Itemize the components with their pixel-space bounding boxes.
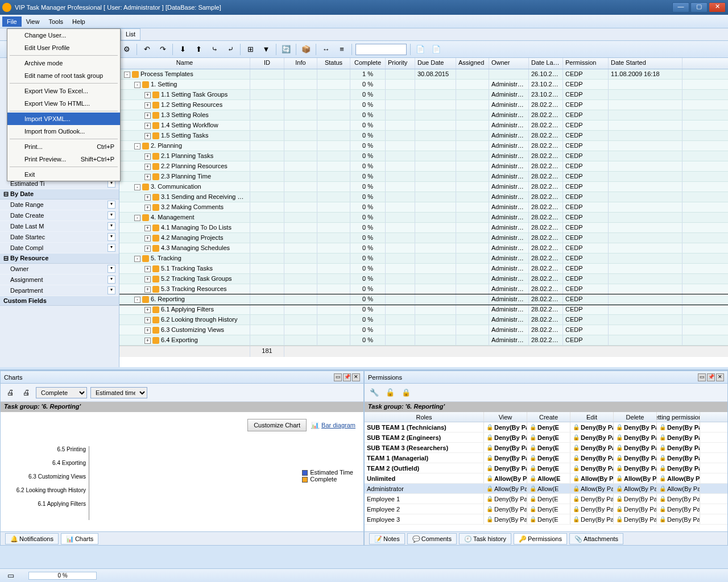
customize-chart-button[interactable]: Customize Chart <box>247 419 307 431</box>
filter-department[interactable]: Department▾ <box>0 285 119 296</box>
bar-diagram-link[interactable]: 📊Bar diagram <box>311 419 355 431</box>
task-row[interactable]: +6.4 Exporting0 %Administrator28.02.2007… <box>119 335 728 346</box>
menu-exit[interactable]: Exit <box>7 168 120 181</box>
menu-export-excel[interactable]: Export View To Excel... <box>7 85 120 97</box>
menu-export-html[interactable]: Export View To HTML... <box>7 97 120 110</box>
task-row[interactable]: +5.2 Tracking Task Groups0 %Administrato… <box>119 274 728 284</box>
task-row[interactable]: +2.1 Planning Tasks0 %Administrator28.02… <box>119 151 728 161</box>
col-datelast[interactable]: Date Las... <box>529 58 563 69</box>
permission-row[interactable]: Employee 3🔒Deny(By Pa🔒Deny(E🔒Deny(By Pa🔒… <box>365 514 727 525</box>
filter-assignment[interactable]: Assignment▾ <box>0 275 119 285</box>
col-priority[interactable]: Priority <box>386 58 415 69</box>
toolbar-gear-icon[interactable]: ⚙ <box>121 43 133 56</box>
col-status[interactable]: Status <box>317 58 350 69</box>
toolbar-expand-all-icon[interactable]: ⬇ <box>176 43 189 56</box>
task-row[interactable]: +1.3 Setting Roles0 %Administrator28.02.… <box>119 110 728 120</box>
filter-custom-fields[interactable]: Custom Fields <box>0 296 119 306</box>
tree-toggle-icon[interactable]: + <box>144 338 151 344</box>
menu-view[interactable]: View <box>22 16 44 27</box>
tree-toggle-icon[interactable]: - <box>134 215 140 221</box>
task-row[interactable]: -Process Templates1 %30.08.201526.10.200… <box>119 69 728 80</box>
tree-toggle-icon[interactable]: + <box>144 276 151 282</box>
col-assigned[interactable]: Assigned <box>456 58 489 69</box>
col-permission[interactable]: Permission <box>563 58 609 69</box>
tab-notifications[interactable]: 🔔Notifications <box>5 533 59 544</box>
permission-row[interactable]: SUB TEAM 3 (Researchers)🔒Deny(By Pa🔒Deny… <box>365 443 727 453</box>
panel-pin-icon[interactable]: 📌 <box>343 373 351 381</box>
toolbar-filter-icon[interactable]: ▼ <box>260 43 272 56</box>
tree-toggle-icon[interactable]: - <box>134 143 140 149</box>
tree-toggle-icon[interactable]: + <box>144 266 151 272</box>
toolbar-undo-icon[interactable]: ↶ <box>140 43 153 56</box>
tab-charts[interactable]: 📊Charts <box>61 533 98 544</box>
tree-toggle-icon[interactable]: - <box>134 297 140 303</box>
tree-toggle-icon[interactable]: + <box>144 317 151 323</box>
col-duedate[interactable]: Due Date <box>415 58 456 69</box>
tree-toggle-icon[interactable]: + <box>144 174 151 180</box>
tree-toggle-icon[interactable]: + <box>144 102 151 109</box>
filter-date-create[interactable]: Date Create▾ <box>0 210 119 221</box>
task-row[interactable]: -4. Management0 %Administrator28.02.2007… <box>119 213 728 223</box>
menu-tools[interactable]: Tools <box>44 16 68 27</box>
filter-date-range[interactable]: Date Range▾ <box>0 199 119 210</box>
print-icon[interactable]: 🖨 <box>4 386 16 399</box>
perm-col-view[interactable]: View <box>484 412 527 422</box>
toolbar-doc1-icon[interactable]: 📄 <box>414 43 427 56</box>
tree-toggle-icon[interactable]: + <box>144 205 151 211</box>
filter-date-started[interactable]: Date Startec▾ <box>0 232 119 243</box>
toolbar-list-icon[interactable]: ≡ <box>336 43 348 56</box>
tree-toggle-icon[interactable]: + <box>144 113 151 119</box>
menu-print[interactable]: Print...Ctrl+P <box>7 140 120 153</box>
menu-archive[interactable]: Archive mode <box>7 57 120 69</box>
filter-date-compl[interactable]: Date Compl▾ <box>0 243 119 253</box>
toolbar-collapse-all-icon[interactable]: ⬆ <box>192 43 205 56</box>
tab-permissions[interactable]: 🔑Permissions <box>514 533 567 544</box>
toolbar-columns-icon[interactable]: ⊞ <box>244 43 257 56</box>
close-button[interactable]: ✕ <box>709 2 726 13</box>
toolbar-outdent-icon[interactable]: ⤶ <box>224 43 237 56</box>
tree-toggle-icon[interactable]: + <box>144 225 151 231</box>
status-app-icon[interactable]: ▭ <box>5 569 17 582</box>
task-row[interactable]: +2.3 Planning Time0 %Administrator28.02.… <box>119 172 728 182</box>
panel-restore-icon[interactable]: ▭ <box>334 373 342 381</box>
permission-row[interactable]: Unlimited🔒Allow(By Pa🔒Allow(E🔒Allow(By P… <box>365 473 727 484</box>
tree-toggle-icon[interactable]: + <box>144 235 151 242</box>
permission-row[interactable]: TEAM 1 (Managerial)🔒Deny(By Pa🔒Deny(E🔒De… <box>365 453 727 463</box>
perm-unlock-icon[interactable]: 🔓 <box>384 386 396 399</box>
tree-toggle-icon[interactable]: + <box>144 133 151 139</box>
maximize-button[interactable]: ▢ <box>690 2 708 13</box>
tree-toggle-icon[interactable]: - <box>124 72 130 78</box>
tree-toggle-icon[interactable]: + <box>144 153 151 160</box>
task-row[interactable]: +3.2 Making Comments0 %Administrator28.0… <box>119 202 728 213</box>
perm-col-edit[interactable]: Edit <box>570 412 614 422</box>
print-preview-icon[interactable]: 🖨 <box>20 386 32 399</box>
task-row[interactable]: +6.2 Looking through History0 %Administr… <box>119 315 728 325</box>
menu-change-user[interactable]: Change User... <box>7 29 120 41</box>
toolbar-indent-icon[interactable]: ⤷ <box>208 43 221 56</box>
tree-toggle-icon[interactable]: + <box>144 92 151 98</box>
menu-file[interactable]: File <box>2 16 22 27</box>
chart-series-select[interactable]: Complete <box>36 387 87 398</box>
permission-row[interactable]: Employee 1🔒Deny(By Pa🔒Deny(E🔒Deny(By Pa🔒… <box>365 494 727 504</box>
col-complete[interactable]: Complete <box>350 58 386 69</box>
task-row[interactable]: +1.2 Setting Resources0 %Administrator28… <box>119 100 728 110</box>
tree-toggle-icon[interactable]: - <box>134 256 140 262</box>
menu-help[interactable]: Help <box>68 16 90 27</box>
filter-owner[interactable]: Owner▾ <box>0 264 119 275</box>
task-row[interactable]: -3. Communication0 %Administrator28.02.2… <box>119 182 728 192</box>
menu-edit-root[interactable]: Edit name of root task group <box>7 69 120 82</box>
perm-lock-icon[interactable]: 🔒 <box>400 386 412 399</box>
col-name[interactable]: Name <box>119 58 250 69</box>
panel-close-icon[interactable]: ✕ <box>716 373 724 381</box>
minimize-button[interactable]: — <box>672 2 689 13</box>
tree-toggle-icon[interactable]: + <box>144 123 151 129</box>
task-row[interactable]: +1.5 Setting Tasks0 %Administrator28.02.… <box>119 131 728 141</box>
task-row[interactable]: +5.1 Tracking Tasks0 %Administrator28.02… <box>119 264 728 274</box>
tree-toggle-icon[interactable]: - <box>134 82 140 88</box>
permission-row[interactable]: SUB TEAM 2 (Engineers)🔒Deny(By Pa🔒Deny(E… <box>365 433 727 443</box>
perm-col-create[interactable]: Create <box>527 412 570 422</box>
toolbar-doc2-icon[interactable]: 📄 <box>430 43 442 56</box>
perm-col-set[interactable]: etting permission <box>657 412 700 422</box>
permission-row[interactable]: SUB TEAM 1 (Technicians)🔒Deny(By Pa🔒Deny… <box>365 422 727 433</box>
tree-toggle-icon[interactable]: + <box>144 164 151 170</box>
